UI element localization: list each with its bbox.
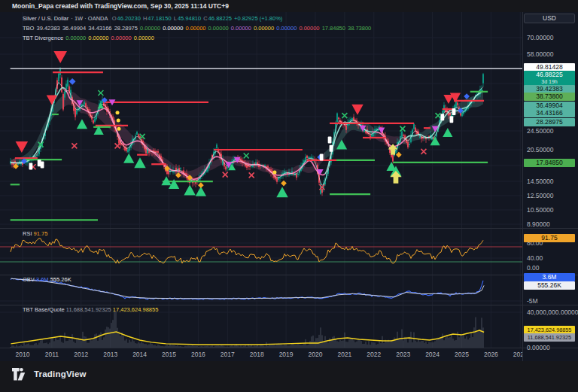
legend-value: 0.00000 xyxy=(109,35,131,41)
tbt-divergence-row[interactable]: TBT Divergence 0.00000 0.00000 0.00000 0… xyxy=(23,33,372,43)
tbo-row[interactable]: TBO 39.42383 36.49904 34.43166 28.28975 … xyxy=(23,23,372,33)
tbt-title[interactable]: TBT Base/Quote 11,688,541.92325 17,423,6… xyxy=(23,305,158,315)
sell-signal-triangle-icon xyxy=(351,105,363,115)
sell-signal-triangle-icon xyxy=(16,141,29,153)
tbt-line-yellow xyxy=(11,330,484,345)
legend: Silver / U.S. Dollar · 1W · OANDA O46.20… xyxy=(23,14,372,43)
time-axis-year[interactable]: 2025 xyxy=(451,351,473,358)
time-axis-year[interactable]: 2024 xyxy=(421,351,444,358)
time-axis-year[interactable]: 2012 xyxy=(70,351,93,358)
legend-value: Silver / U.S. Dollar xyxy=(23,15,68,22)
price-label: 3.6M xyxy=(524,273,575,281)
time-axis-year[interactable]: 2017 xyxy=(216,351,239,358)
obv-title[interactable]: OBV 3.6M 555.26K xyxy=(23,275,71,284)
buy-signal-triangle-icon xyxy=(134,157,145,168)
indicator-value: RSI xyxy=(23,230,32,237)
legend-value: 0.00000 xyxy=(207,25,229,32)
legend-value: 0.00000 xyxy=(184,25,205,32)
time-axis-year[interactable]: 2019 xyxy=(275,351,297,358)
symbol-row[interactable]: Silver / U.S. Dollar · 1W · OANDA O46.20… xyxy=(23,14,372,23)
time-axis-year[interactable]: 2023 xyxy=(392,351,415,358)
indicator-value: 555.26K xyxy=(49,276,71,283)
attribution-header: Moonin_Papa created with TradingView.com… xyxy=(12,2,229,10)
price-label: 46.882253d 19h xyxy=(524,71,575,86)
obv-line-white xyxy=(11,278,484,299)
price-scale-tick: 40,000,000.00000 xyxy=(527,308,575,316)
time-axis-year[interactable]: 2022 xyxy=(363,351,385,358)
price-label: 555.26K xyxy=(524,281,575,290)
white-candle-marker xyxy=(452,108,456,115)
time-axis-year[interactable]: 2021 xyxy=(333,351,356,358)
legend-value: 38.73800 xyxy=(346,25,371,32)
legend-value: 46.88225 xyxy=(208,15,232,22)
buy-signal-triangle-icon xyxy=(123,153,134,163)
legend-value: 0.00000 xyxy=(161,25,183,32)
footer-bar: TradingView xyxy=(0,361,578,392)
price-label: 39.42383 xyxy=(524,85,575,93)
legend-value: O xyxy=(109,15,117,22)
legend-value: 0.00000 xyxy=(230,25,251,32)
yellow-dot-icon xyxy=(117,118,120,122)
legend-value: 0.00000 xyxy=(252,25,274,32)
time-axis-year[interactable]: 2026 xyxy=(479,351,502,358)
time-axis-year[interactable]: 2027 xyxy=(509,351,522,358)
time-axis[interactable]: 2010201120122013201420152016201720182019… xyxy=(0,348,522,361)
white-candle-marker xyxy=(449,116,453,123)
yellow-dot-icon xyxy=(116,111,120,114)
legend-value: C xyxy=(202,15,208,22)
white-candle-marker xyxy=(328,137,332,144)
price-label: 36.49904 xyxy=(524,102,575,110)
legend-value: 0.00000 xyxy=(87,35,108,41)
price-scale-tick: 14.50000 xyxy=(527,178,575,185)
price-scale-tick: 70.00000 xyxy=(527,34,575,41)
tradingview-logo-text: TradingView xyxy=(34,369,87,378)
indicator-value: OBV xyxy=(23,276,35,283)
yellow-dot-icon xyxy=(272,171,276,175)
price-scale-tick: 12.50000 xyxy=(527,192,575,199)
legend-value: TBO xyxy=(23,25,34,32)
orange-diamond-icon xyxy=(396,152,402,158)
legend-value: +0.82925 (+1.80%) xyxy=(233,15,282,22)
rsi-pane[interactable] xyxy=(0,239,522,263)
price-label: 17.84850 xyxy=(524,159,575,167)
time-axis-year[interactable]: 2018 xyxy=(245,351,268,358)
main-price-pane[interactable] xyxy=(10,51,488,220)
legend-value: 45.94810 xyxy=(178,15,201,22)
legend-value: 0.00000 xyxy=(138,25,160,32)
price-scale-tick: 58.00000 xyxy=(527,50,575,58)
price-scale-tick: 10.50000 xyxy=(527,206,575,214)
yellow-dot-icon xyxy=(117,127,120,131)
time-axis-year[interactable]: 2010 xyxy=(11,351,34,358)
white-candle-marker xyxy=(330,145,333,152)
legend-value: 17.84850 xyxy=(321,25,345,32)
currency-button[interactable]: USD xyxy=(524,14,575,23)
indicator-value: 11,688,541.92325 xyxy=(65,306,111,313)
price-scale-tick: 40.00 xyxy=(527,254,575,262)
tradingview-logo-icon xyxy=(12,368,29,381)
time-axis-year[interactable]: 2013 xyxy=(99,351,122,358)
price-label: 28.28975 xyxy=(524,118,575,126)
indicator-value: 3.6M xyxy=(35,276,49,283)
obv-pane[interactable] xyxy=(11,278,484,299)
buy-signal-triangle-icon xyxy=(184,184,195,195)
price-scale-tick: 20.50000 xyxy=(527,146,575,153)
time-axis-year[interactable]: 2011 xyxy=(41,351,63,358)
time-axis-year[interactable]: 2020 xyxy=(304,351,327,358)
rsi-title[interactable]: RSI 91.75 xyxy=(23,229,47,239)
price-label: 91.75 xyxy=(524,234,575,242)
legend-value: L xyxy=(172,15,177,22)
indicator-value: 91.75 xyxy=(32,230,48,237)
white-candle-marker xyxy=(41,161,44,168)
price-scale-tick: 0.00000 xyxy=(527,344,575,351)
time-axis-year[interactable]: 2016 xyxy=(187,351,209,358)
tradingview-logo: TradingView xyxy=(12,366,87,381)
legend-value: 46.20230 xyxy=(117,15,141,22)
time-axis-year[interactable]: 2014 xyxy=(129,351,151,358)
price-scale-tick: 0.00 xyxy=(527,264,575,272)
price-label: 38.73800 xyxy=(524,93,575,101)
white-candle-marker xyxy=(440,114,444,120)
time-axis-year[interactable]: 2015 xyxy=(158,351,181,358)
legend-value: TBT Divergence xyxy=(23,35,63,41)
sell-signal-triangle-icon xyxy=(53,51,67,63)
buy-signal-triangle-icon xyxy=(443,128,452,137)
